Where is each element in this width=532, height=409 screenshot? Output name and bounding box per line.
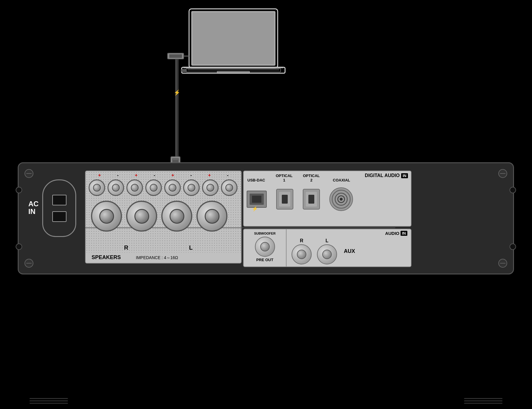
terminal-6 [183,179,200,196]
svg-rect-2 [193,12,274,64]
knob-2 [126,201,157,232]
knob-l-label: L [189,244,193,251]
coaxial-label: COAXIAL [330,178,353,182]
screw-bottom-right [498,259,507,268]
mount-hole-left-bottom [16,243,22,250]
svg-text:⚡: ⚡ [174,89,180,96]
power-slot-bottom [52,211,66,222]
power-slot-top [52,195,66,205]
speakers-top-labels: + - + - + - + - [86,173,241,178]
audio-r-group: R [292,238,312,264]
terminal-8 [221,179,237,196]
usb-cable: ⚡ [173,59,182,168]
audio-in-section: AUDIO IN R L AUX [287,229,411,266]
terminal-2 [108,179,124,196]
optical1-label-group: OPTICAL 1 [275,174,293,182]
optical-2-port [303,189,320,210]
audio-r-label: R [300,238,303,243]
knob-1 [91,201,122,232]
speaker-terminals-row [89,179,237,196]
usbdac-label: USB-DAC [247,178,266,182]
audio-in-header: AUDIO IN [290,231,407,236]
speakers-section: + - + - + - + - [85,171,242,264]
digital-audio-section: DIGITAL AUDIO IN USB-DAC OPTICAL 1 OPTIC… [243,171,411,227]
mount-hole-right-bottom [510,243,516,250]
ac-in-section: AC IN [26,172,82,261]
pre-out-subwoofer: SUBWOOFER PRE OUT [244,229,287,266]
svg-rect-12 [169,54,182,58]
svg-rect-9 [181,69,186,72]
speakers-label: SPEAKERS [92,254,121,261]
screw-top-right [498,169,507,178]
digital-ports-row [247,187,353,211]
knob-4 [196,201,227,232]
terminal-5 [164,179,181,196]
aux-label: AUX [344,248,355,254]
speaker-knobs-row [91,201,227,232]
svg-rect-10 [183,67,284,68]
optical-1-port [276,189,293,210]
amplifier-body: AC IN + - + - + - + - [18,162,514,274]
coaxial-port [329,187,353,211]
terminal-3 [126,179,143,196]
pre-out-label: PRE OUT [256,258,274,262]
audio-l-label: L [326,238,328,243]
mount-hole-right-top [510,187,516,193]
audio-l-group: L [317,238,337,264]
shelf-line-left [30,398,68,404]
svg-marker-19 [172,158,179,160]
digital-audio-label: DIGITAL AUDIO IN [365,173,408,178]
shelf-line-right [464,398,502,404]
audio-l-jack [317,244,337,264]
knob-3 [161,201,192,232]
digital-port-labels: USB-DAC OPTICAL 1 OPTICAL 2 COAXIAL [247,174,353,182]
audio-section: SUBWOOFER PRE OUT AUDIO IN R [243,229,411,267]
terminal-1 [89,179,105,196]
audio-jacks-row: R L AUX [290,238,407,264]
audio-r-jack [292,244,312,264]
audio-in-badge: IN [401,231,407,236]
mount-hole-left-top [16,187,22,193]
ac-in-label: AC IN [28,200,39,216]
knob-r-label: R [124,244,128,251]
digital-in-badge: IN [401,173,408,178]
terminal-4 [145,179,162,196]
subwoofer-rca [255,237,275,257]
usb-dac-symbol: ⚡ [252,206,258,212]
terminal-7 [202,179,219,196]
subwoofer-label: SUBWOOFER [254,232,276,235]
usb-dac-port [247,191,267,208]
optical2-label-group: OPTICAL 2 [302,174,320,182]
impedance-label: IMPEDANCE : 4～16Ω [136,255,178,261]
power-connector [42,179,76,237]
